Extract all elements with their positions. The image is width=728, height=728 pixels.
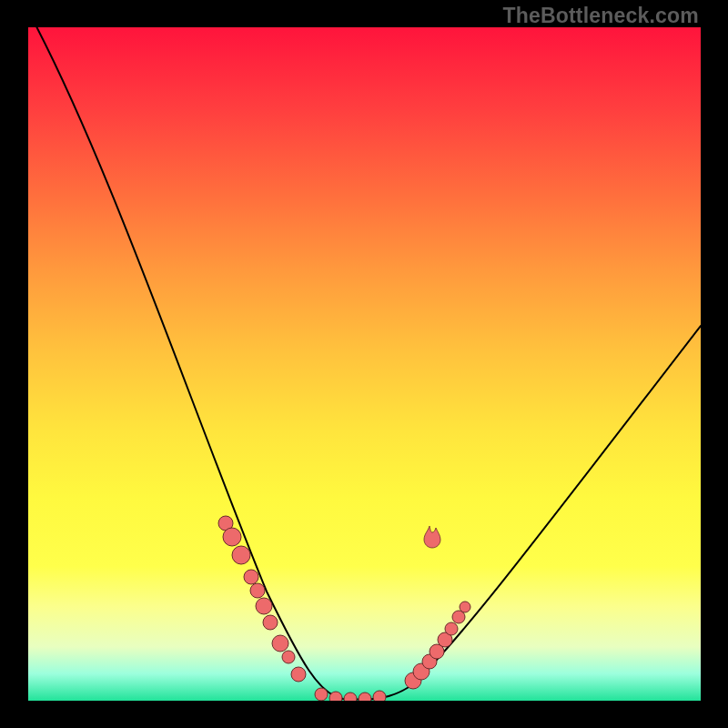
watermark-text: TheBottleneck.com [502, 4, 699, 28]
marker-bottom-4 [373, 691, 386, 701]
marker-left-3 [244, 570, 258, 584]
marker-left-6 [263, 615, 278, 630]
marker-right-5 [445, 622, 458, 635]
marker-right-7 [460, 602, 470, 612]
marker-bottom-3 [359, 693, 371, 701]
marker-left-5 [256, 598, 272, 614]
chart-svg [28, 27, 701, 701]
marker-left-8 [282, 651, 295, 663]
marker-bottom-2 [344, 693, 357, 701]
chart-frame: TheBottleneck.com [0, 0, 728, 728]
marker-left-4 [250, 583, 265, 598]
marker-left-7 [272, 635, 288, 652]
plot-area [28, 27, 701, 701]
marker-left-9 [291, 667, 306, 682]
marker-left-2 [232, 546, 250, 564]
flame-icon [424, 526, 440, 548]
marker-left-1 [223, 528, 241, 546]
marker-bottom-0 [315, 688, 328, 701]
marker-bottom-1 [329, 692, 342, 701]
bottleneck-curve [28, 27, 701, 700]
